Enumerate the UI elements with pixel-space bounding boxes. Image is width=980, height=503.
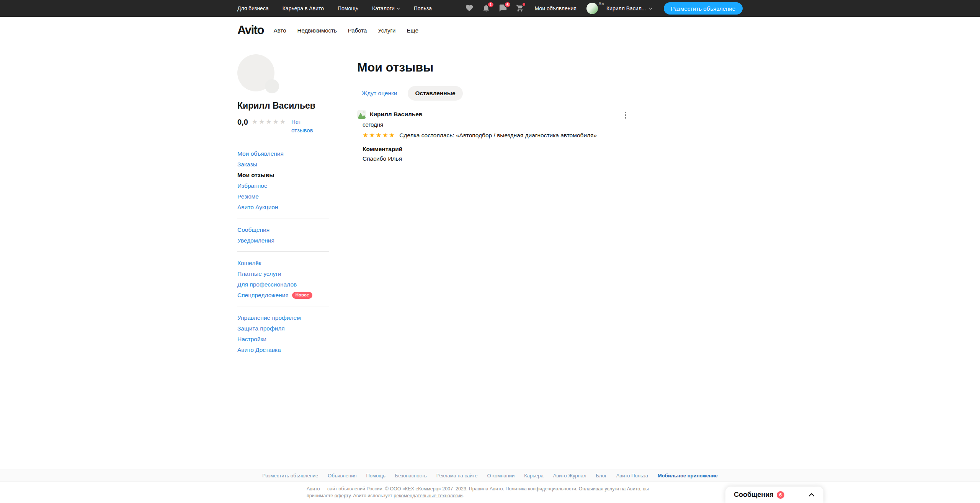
nav-services[interactable]: Услуги (378, 27, 395, 34)
avatar-label: Ав (598, 1, 604, 6)
messenger-unread-badge: 6 (777, 491, 784, 499)
footer-link-about[interactable]: О компании (487, 473, 514, 479)
top-nav: Для бизнеса Карьера в Авито Помощь Катал… (237, 5, 432, 11)
tab-left-reviews[interactable]: Оставленные (408, 86, 462, 101)
sidebar-item-special-offers-label: Спецпредложения (237, 292, 289, 299)
sidebar-item-orders[interactable]: Заказы (237, 159, 329, 170)
messenger-widget[interactable]: Сообщения 6 (725, 487, 823, 503)
legal-t6: . (462, 493, 464, 498)
chevron-up-icon (808, 492, 815, 498)
nav-auto[interactable]: Авто (274, 27, 286, 34)
legal-t2: . © ООО «КЕХ еКоммерц» 2007–2023. (382, 486, 469, 492)
main-area: Мои отзывы Ждут оценки Оставленные Кирил… (357, 54, 743, 162)
sidebar-menu: Мои объявления Заказы Мои отзывы Избранн… (237, 146, 329, 361)
profile-avatar (237, 54, 274, 91)
sidebar-item-messages[interactable]: Сообщения (237, 225, 329, 235)
tab-awaiting-rating[interactable]: Ждут оценки (357, 86, 402, 101)
sidebar-item-settings[interactable]: Настройки (237, 334, 329, 345)
reviews-tabs: Ждут оценки Оставленные (357, 86, 743, 101)
sidebar-item-profile-management[interactable]: Управление профилем (237, 313, 329, 323)
legal-link-recommendation-tech[interactable]: рекомендательные технологии (394, 493, 462, 498)
footer-link-journal[interactable]: Авито Журнал (553, 473, 586, 479)
legal-link-privacy[interactable]: Политика конфиденциальности (505, 486, 576, 492)
footer-link-advertising[interactable]: Реклама на сайте (436, 473, 478, 479)
notifications-button[interactable]: 1 (482, 4, 491, 13)
footer: Разместить объявление Объявления Помощь … (0, 469, 980, 503)
favorites-button[interactable] (465, 4, 474, 13)
messages-button[interactable]: 6 (499, 4, 508, 13)
user-name: Кирилл Васил... (606, 5, 646, 11)
sidebar-item-favorites[interactable]: Избранное (237, 181, 329, 191)
nav-realty[interactable]: Недвижимость (297, 27, 337, 34)
review-deal-text: Сделка состоялась: «Автоподбор / выездна… (399, 132, 597, 139)
footer-link-blog[interactable]: Блог (596, 473, 607, 479)
top-link-catalogs[interactable]: Каталоги (372, 5, 400, 11)
sidebar-item-resume[interactable]: Резюме (237, 191, 329, 202)
footer-legal: Авито — сайт объявлений России. © ООО «К… (0, 482, 980, 503)
chevron-down-icon (649, 7, 652, 10)
legal-text: Авито — сайт объявлений России. © ООО «К… (307, 485, 673, 499)
profile-rating: 0,0 ★★★★★ Нет отзывов (237, 118, 329, 135)
cart-button[interactable] (516, 4, 525, 13)
review-deal-row: ★★★★★ Сделка состоялась: «Автоподбор / в… (363, 131, 630, 139)
legal-link-offer[interactable]: оферту (335, 493, 351, 498)
top-link-polza[interactable]: Польза (414, 5, 432, 11)
cart-badge-dot (522, 2, 526, 7)
rating-stars-empty: ★★★★★ (252, 118, 287, 126)
sidebar-item-paid-services[interactable]: Платные услуги (237, 269, 329, 279)
sidebar-item-notifications[interactable]: Уведомления (237, 235, 329, 246)
avito-logo[interactable]: Avito (237, 23, 264, 37)
sidebar-item-my-reviews[interactable]: Мои отзывы (237, 170, 329, 181)
footer-link-ads[interactable]: Объявления (328, 473, 356, 479)
sidebar-item-delivery[interactable]: Авито Доставка (237, 345, 329, 355)
footer-link-career[interactable]: Карьера (524, 473, 544, 479)
top-bar: Для бизнеса Карьера в Авито Помощь Катал… (0, 0, 980, 17)
review-body: сегодня ★★★★★ Сделка состоялась: «Автопо… (363, 121, 630, 162)
avito-my-reviews-page: Для бизнеса Карьера в Авито Помощь Катал… (0, 0, 980, 503)
sidebar-item-special-offers[interactable]: СпецпредложенияНовое (237, 290, 329, 301)
review-thumbnail-image (357, 110, 366, 119)
review-comment: Спасибо Илья (363, 155, 630, 162)
sidebar-group-comms: Сообщения Уведомления (237, 218, 329, 251)
review-author[interactable]: Кирилл Васильев (370, 111, 422, 118)
footer-link-safety[interactable]: Безопасность (395, 473, 427, 479)
footer-link-mobile-app[interactable]: Мобильное приложение (658, 473, 718, 479)
top-link-help[interactable]: Помощь (338, 5, 358, 11)
review-comment-label: Комментарий (363, 146, 630, 153)
my-ads-link[interactable]: Мои объявления (535, 5, 577, 11)
user-menu[interactable]: Ав Кирилл Васил... (586, 3, 652, 14)
legal-t5: . Авито использует (350, 493, 394, 498)
review-more-button[interactable] (621, 111, 630, 120)
messenger-label: Сообщения (734, 491, 774, 499)
top-link-business[interactable]: Для бизнеса (237, 5, 269, 11)
profile-sidebar: Кирилл Васильев 0,0 ★★★★★ Нет отзывов Мо… (237, 54, 329, 361)
page-title: Мои отзывы (357, 60, 743, 75)
sidebar-item-professionals[interactable]: Для профессионалов (237, 279, 329, 290)
top-link-catalogs-label: Каталоги (372, 5, 395, 11)
sidebar-item-my-ads[interactable]: Мои объявления (237, 148, 329, 159)
content: Кирилл Васильев 0,0 ★★★★★ Нет отзывов Мо… (0, 44, 980, 361)
review-head: Кирилл Васильев (357, 110, 630, 119)
sidebar-item-wallet[interactable]: Кошелёк (237, 258, 329, 269)
nav-more[interactable]: Ещё (407, 27, 418, 34)
new-badge: Новое (292, 292, 313, 299)
legal-link-site-of-russia[interactable]: сайт объявлений России (327, 486, 382, 492)
sidebar-item-profile-protection[interactable]: Защита профиля (237, 323, 329, 334)
footer-link-post-ad[interactable]: Разместить объявление (262, 473, 318, 479)
sub-header: Avito Авто Недвижимость Работа Услуги Ещ… (0, 17, 980, 44)
post-ad-button[interactable]: Разместить объявление (664, 2, 743, 15)
review-item: Кирилл Васильев сегодня ★★★★★ Сделка сос… (357, 110, 630, 162)
no-reviews-link[interactable]: Нет отзывов (291, 118, 318, 135)
legal-link-rules[interactable]: Правила Авито (469, 486, 503, 492)
review-date: сегодня (363, 121, 630, 128)
nav-jobs[interactable]: Работа (348, 27, 367, 34)
top-link-career[interactable]: Карьера в Авито (283, 5, 324, 11)
footer-link-polza[interactable]: Авито Польза (616, 473, 648, 479)
sidebar-group-services: Кошелёк Платные услуги Для профессионало… (237, 251, 329, 306)
legal-t1: Авито — (307, 486, 327, 492)
avatar: Ав (586, 3, 598, 14)
footer-link-help[interactable]: Помощь (366, 473, 385, 479)
top-bar-right: 1 6 Мои объявления Ав Кирилл Васил... Ра… (457, 2, 743, 15)
chevron-down-icon (397, 7, 400, 10)
sidebar-item-auction[interactable]: Авито Аукцион (237, 202, 329, 213)
